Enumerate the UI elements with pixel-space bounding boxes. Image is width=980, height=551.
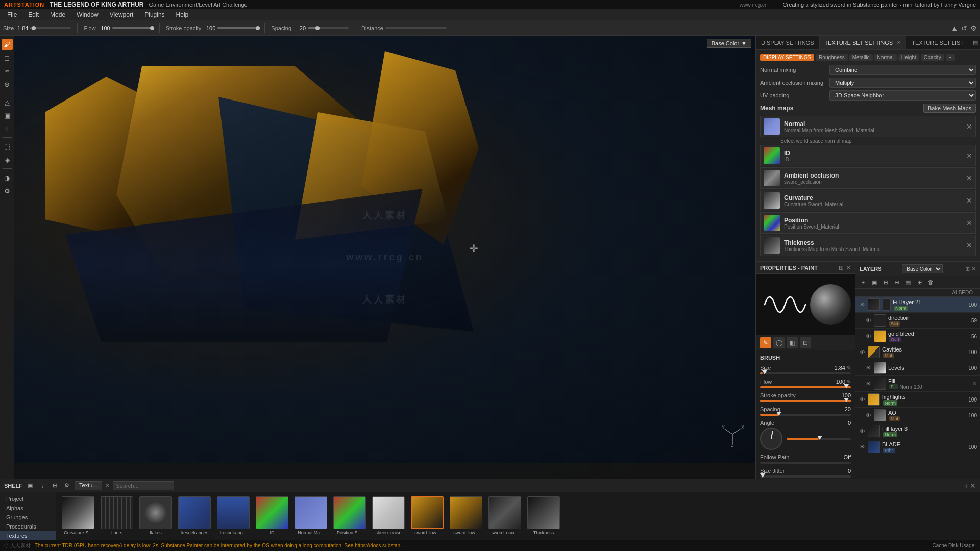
menu-help[interactable]: Help xyxy=(171,10,194,19)
shelf-new-btn[interactable]: ▣ xyxy=(26,481,35,490)
layer-fill-eye[interactable]: 👁 xyxy=(865,381,872,387)
menu-file[interactable]: File xyxy=(2,10,22,19)
view-mode-selector[interactable]: Base Color ▼ xyxy=(707,39,751,48)
shelf-item-fresnel1[interactable]: fresnelranges xyxy=(177,496,212,536)
channel-add[interactable]: + xyxy=(946,54,955,61)
uv-padding-select[interactable]: 3D Space Neighbor xyxy=(829,90,976,101)
layers-expand-icon[interactable]: ⊞ xyxy=(965,266,970,272)
menu-window[interactable]: Window xyxy=(71,10,104,19)
layers-merge-btn[interactable]: ⊞ xyxy=(915,278,924,287)
layer-cavities-eye[interactable]: 👁 xyxy=(859,349,866,355)
shelf-tab-close[interactable]: ✕ xyxy=(105,482,110,489)
layers-add-mask-btn[interactable]: ⊟ xyxy=(881,278,890,287)
layer-fill-21[interactable]: 👁 Fill layer 21 Norm 100 xyxy=(855,297,980,313)
layer-blade[interactable]: 👁 BLADE Pthr 100 xyxy=(855,439,980,455)
brush-follow-slider[interactable] xyxy=(760,462,851,464)
shelf-item-sword-low1[interactable]: sword_low... xyxy=(409,496,445,536)
brush-size-slider[interactable] xyxy=(760,372,851,374)
layer-direction[interactable]: 👁 direction Slct 59 xyxy=(855,313,980,329)
toolbar-icon-1[interactable]: ▲ xyxy=(951,24,958,32)
menu-plugins[interactable]: Plugins xyxy=(139,10,169,19)
map-position-remove[interactable]: ✕ xyxy=(966,219,972,227)
layers-group-btn[interactable]: ▤ xyxy=(903,278,913,287)
layers-channel-select[interactable]: Base Color xyxy=(902,264,943,273)
layer-blade-eye[interactable]: 👁 xyxy=(859,444,866,450)
layer-fill[interactable]: 👁 Fill Fill Norm 100 ✕ xyxy=(855,376,980,392)
brush-size-jitter-slider[interactable] xyxy=(760,475,851,478)
shelf-zoom-out-icon[interactable]: − xyxy=(959,482,963,490)
spacing-slider[interactable] xyxy=(308,27,349,29)
brush-flow-edit[interactable]: ✎ xyxy=(847,379,851,385)
prop-tab-material[interactable]: ◯ xyxy=(773,337,785,348)
layer-highlights-eye[interactable]: 👁 xyxy=(859,396,866,403)
tool-geometry[interactable]: △ xyxy=(2,96,13,108)
shelf-item-sheen[interactable]: sheen_noise xyxy=(371,496,406,536)
channel-normal[interactable]: Normal xyxy=(874,54,897,61)
shelf-item-fresnel2[interactable]: fresnelrang... xyxy=(215,496,251,536)
shelf-item-normal[interactable]: Normal Ma... xyxy=(293,496,329,536)
map-normal-remove[interactable]: ✕ xyxy=(966,122,972,131)
panel-collapse-btn[interactable]: ▤ xyxy=(973,39,978,46)
shelf-item-position[interactable]: Position Si... xyxy=(332,496,368,536)
prop-expand-icon[interactable]: ⊞ xyxy=(839,264,844,271)
layer-gold-eye[interactable]: 👁 xyxy=(865,333,872,339)
shelf-tab[interactable]: Textu... xyxy=(75,481,102,490)
brush-angle-wheel[interactable] xyxy=(760,428,782,450)
tool-bake[interactable]: ◑ xyxy=(2,172,13,183)
tab-texture-close[interactable]: ✕ xyxy=(897,40,901,45)
layers-add-btn[interactable]: + xyxy=(859,278,868,287)
brush-flow-slider[interactable] xyxy=(760,386,851,388)
tool-marquee[interactable]: ◈ xyxy=(2,154,13,165)
tool-selection[interactable]: ⬚ xyxy=(2,141,13,152)
channel-opacity[interactable]: Opacity xyxy=(921,54,944,61)
layer-fill-close[interactable]: ✕ xyxy=(972,381,977,387)
map-ao-remove[interactable]: ✕ xyxy=(966,174,972,182)
menu-mode[interactable]: Mode xyxy=(45,10,70,19)
layer-direction-eye[interactable]: 👁 xyxy=(865,317,872,323)
tab-display-settings[interactable]: DISPLAY SETTINGS xyxy=(756,36,820,49)
stroke-slider[interactable] xyxy=(217,27,258,29)
layer-levels-eye[interactable]: 👁 xyxy=(865,365,872,371)
layer-cavities[interactable]: 👁 Cavities Mul 100 xyxy=(855,344,980,360)
bake-mesh-maps-btn[interactable]: Bake Mesh Maps xyxy=(923,104,976,113)
shelf-nav-alphas[interactable]: Alphas xyxy=(0,504,56,513)
tool-clone[interactable]: ⊕ xyxy=(2,79,13,90)
shelf-filter-btn[interactable]: ⊟ xyxy=(50,481,59,490)
shelf-nav-procedurals[interactable]: Procedurals xyxy=(0,522,56,531)
toolbar-icon-3[interactable]: ⚙ xyxy=(970,24,977,32)
shelf-nav-grunges[interactable]: Grunges xyxy=(0,513,56,522)
tool-smudge[interactable]: ≈ xyxy=(2,65,13,77)
shelf-item-fibers[interactable]: fibers xyxy=(99,496,135,536)
layer-highlights[interactable]: 👁 highlights Norm 100 xyxy=(855,392,980,408)
menu-edit[interactable]: Edit xyxy=(23,10,44,19)
shelf-item-flakes[interactable]: flakes xyxy=(138,496,174,536)
layer-levels[interactable]: 👁 Levels 100 xyxy=(855,360,980,376)
normal-mixing-select[interactable]: Combine xyxy=(829,65,976,75)
map-id-remove[interactable]: ✕ xyxy=(966,152,972,160)
map-curvature-remove[interactable]: ✕ xyxy=(966,196,972,205)
menu-viewport[interactable]: Viewport xyxy=(105,10,138,19)
shelf-settings-btn[interactable]: ⚙ xyxy=(62,481,71,490)
size-slider[interactable] xyxy=(30,27,71,29)
toolbar-icon-2[interactable]: ↺ xyxy=(961,24,967,32)
tool-text[interactable]: T xyxy=(2,123,13,134)
map-thickness-remove[interactable]: ✕ xyxy=(966,241,972,249)
layer-ao[interactable]: 👁 AO Mul 100 xyxy=(855,408,980,423)
channel-metallic[interactable]: Metallic xyxy=(849,54,873,61)
channel-base-color[interactable]: DISPLAY SETTINGS xyxy=(760,54,814,61)
prop-tab-alpha[interactable]: ◧ xyxy=(787,337,798,348)
canvas-area[interactable]: 人人素材 www.rrcg.cn 人人素材 ✛ X Y Z Base Color xyxy=(14,36,755,479)
tool-paint[interactable]: 🖌 xyxy=(2,39,13,50)
distance-slider[interactable] xyxy=(385,27,447,29)
layer-gold-bleed[interactable]: 👁 gold bleed Ovrl 56 xyxy=(855,329,980,344)
shelf-item-curvature[interactable]: Curvature S... xyxy=(60,496,96,536)
brush-stroke-slider[interactable] xyxy=(760,400,851,402)
shelf-close-icon[interactable]: ✕ xyxy=(970,482,976,490)
tool-fill[interactable]: ▣ xyxy=(2,110,13,121)
channel-height[interactable]: Height xyxy=(898,54,919,61)
channel-roughness[interactable]: Roughness xyxy=(816,54,848,61)
ao-mixing-select[interactable]: Multiply xyxy=(829,78,976,88)
shelf-item-id[interactable]: ID xyxy=(254,496,290,536)
layer-fill-3[interactable]: 👁 Fill layer 3 Norm xyxy=(855,423,980,439)
layers-add-fill-btn[interactable]: ▣ xyxy=(870,278,879,287)
